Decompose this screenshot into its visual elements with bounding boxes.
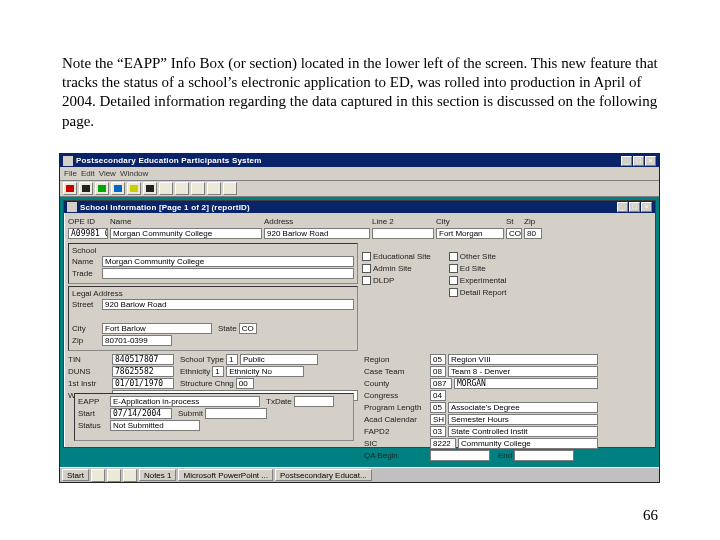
minimize-button[interactable]: _ — [621, 156, 632, 166]
maximize-button[interactable]: □ — [633, 156, 644, 166]
eapp-submit-label: Submit — [178, 409, 203, 418]
task-powerpoint[interactable]: Microsoft PowerPoint ... — [178, 469, 272, 481]
sic-code[interactable]: 8222 — [430, 438, 456, 449]
hdr-st-field[interactable]: CO — [506, 228, 522, 239]
qabegin-label: QA Begin — [364, 451, 430, 460]
proglen-label: Program Length — [364, 403, 430, 412]
toolbar-btn-1[interactable] — [63, 182, 77, 195]
fapd2-text: State Controlled Instit — [448, 426, 598, 437]
toolbar-btn-2[interactable] — [79, 182, 93, 195]
task-notes[interactable]: Notes 1 — [139, 469, 177, 481]
child-icon — [67, 202, 77, 212]
child-title: School Information [Page 1 of 2] (report… — [80, 203, 617, 212]
duns-label: DUNS — [68, 367, 112, 376]
region-code[interactable]: 05 — [430, 354, 446, 365]
child-close-button[interactable]: × — [641, 202, 652, 212]
child-max-button[interactable]: □ — [629, 202, 640, 212]
line2-header: Line 2 — [372, 217, 436, 226]
lbl-experimental: Experimental — [460, 276, 507, 285]
caseteam-code[interactable]: 08 — [430, 366, 446, 377]
zip-field[interactable]: 80701-0399 — [102, 335, 172, 346]
task-peps[interactable]: Postsecondary Educat... — [275, 469, 372, 481]
congress-field[interactable]: 04 — [430, 390, 446, 401]
name-field[interactable]: Morgan Community College — [110, 228, 262, 239]
opeid-field[interactable]: A09981 01 — [68, 228, 108, 239]
hdr-zip-field[interactable]: 80 — [524, 228, 542, 239]
quicklaunch-3[interactable] — [123, 469, 137, 482]
toolbar-btn-9[interactable] — [191, 182, 205, 195]
eapp-status-label: Status — [78, 421, 110, 430]
school-fieldset: School NameMorgan Community College Trad… — [68, 243, 358, 284]
menu-file[interactable]: File — [64, 169, 77, 178]
line2-field[interactable] — [372, 228, 434, 239]
start-button[interactable]: Start — [62, 469, 89, 481]
child-min-button[interactable]: _ — [617, 202, 628, 212]
app-title: Postsecondary Education Participants Sys… — [76, 156, 621, 165]
school-trade-field[interactable] — [102, 268, 354, 279]
duns-field[interactable]: 78625582 — [112, 366, 174, 377]
sic-text: Community College — [458, 438, 598, 449]
toolbar-btn-4[interactable] — [111, 182, 125, 195]
hdr-city-field[interactable]: Fort Morgan — [436, 228, 504, 239]
toolbar-btn-10[interactable] — [207, 182, 221, 195]
chk-ed-site[interactable] — [449, 264, 458, 273]
congress-label: Congress — [364, 391, 430, 400]
chk-dldp[interactable] — [362, 276, 371, 285]
menu-window[interactable]: Window — [120, 169, 148, 178]
proglen-code[interactable]: 05 — [430, 402, 446, 413]
chk-admin-site[interactable] — [362, 264, 371, 273]
toolbar-btn-11[interactable] — [223, 182, 237, 195]
chk-other-site[interactable] — [449, 252, 458, 261]
city-label: City — [72, 324, 102, 333]
chk-detail-report[interactable] — [449, 288, 458, 297]
app-icon — [63, 156, 73, 166]
legal-address-legend: Legal Address — [72, 289, 354, 298]
schooltype-code[interactable]: 1 — [226, 354, 238, 365]
city-header: City — [436, 217, 506, 226]
eapp-section: EAPPE-Application in-processTxDate Start… — [74, 393, 354, 441]
eapp-txdate[interactable] — [294, 396, 334, 407]
close-button[interactable]: × — [645, 156, 656, 166]
school-name-label: Name — [72, 257, 102, 266]
eapp-submit[interactable] — [205, 408, 267, 419]
quicklaunch-2[interactable] — [107, 469, 121, 482]
end-field[interactable] — [514, 450, 574, 461]
firstinstr-field[interactable]: 01/01/1970 — [112, 378, 174, 389]
chk-educational-site[interactable] — [362, 252, 371, 261]
caseteam-label: Case Team — [364, 367, 430, 376]
legal-address-fieldset: Legal Address Street920 Barlow Road City… — [68, 286, 358, 351]
tin-field[interactable]: 840517807 — [112, 354, 174, 365]
lbl-other-site: Other Site — [460, 252, 496, 261]
county-code[interactable]: 087 — [430, 378, 452, 389]
toolbar-btn-7[interactable] — [159, 182, 173, 195]
toolbar-btn-5[interactable] — [127, 182, 141, 195]
acadcal-code[interactable]: SH — [430, 414, 446, 425]
page-number: 66 — [643, 507, 658, 524]
city-field[interactable]: Fort Barlow — [102, 323, 212, 334]
menu-edit[interactable]: Edit — [81, 169, 95, 178]
street-field[interactable]: 920 Barlow Road — [102, 299, 354, 310]
structchng-field[interactable]: 00 — [236, 378, 254, 389]
child-window: School Information [Page 1 of 2] (report… — [63, 200, 656, 448]
screenshot-region: Postsecondary Education Participants Sys… — [59, 153, 660, 483]
state-field[interactable]: CO — [239, 323, 257, 334]
proglen-text: Associate's Degree — [448, 402, 598, 413]
ethnicity-code[interactable]: 1 — [212, 366, 224, 377]
school-name-field[interactable]: Morgan Community College — [102, 256, 354, 267]
region-text: Region VIII — [448, 354, 598, 365]
end-label: End — [498, 451, 512, 460]
chk-experimental[interactable] — [449, 276, 458, 285]
address-field[interactable]: 920 Barlow Road — [264, 228, 370, 239]
quicklaunch-1[interactable] — [91, 469, 105, 482]
child-titlebar: School Information [Page 1 of 2] (report… — [64, 201, 655, 213]
toolbar-btn-3[interactable] — [95, 182, 109, 195]
menu-view[interactable]: View — [99, 169, 116, 178]
qabegin-field[interactable] — [430, 450, 490, 461]
fapd2-code[interactable]: 03 — [430, 426, 446, 437]
toolbar-btn-8[interactable] — [175, 182, 189, 195]
ethnicity-text: Ethnicity No — [226, 366, 304, 377]
eapp-start[interactable]: 07/14/2004 — [110, 408, 172, 419]
toolbar-btn-6[interactable] — [143, 182, 157, 195]
acadcal-text: Semester Hours — [448, 414, 598, 425]
state-label: State — [218, 324, 237, 333]
